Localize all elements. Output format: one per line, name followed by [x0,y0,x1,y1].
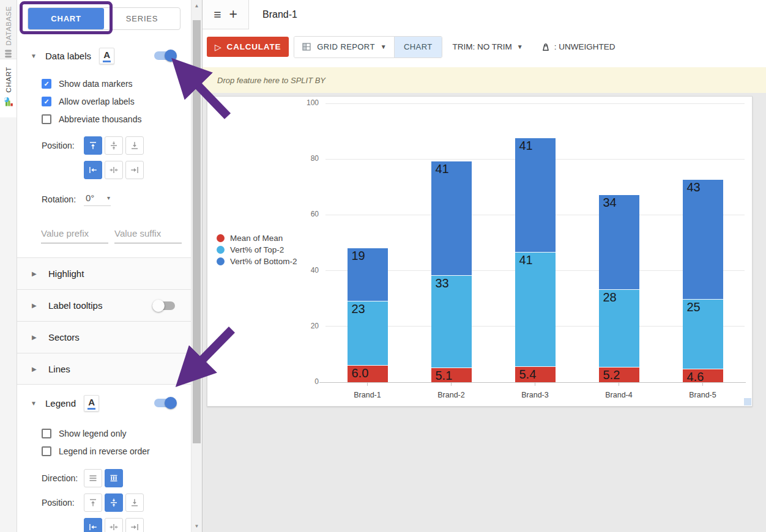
bar-segment[interactable] [683,180,723,300]
position-bottom-button[interactable] [125,493,144,512]
sidebar-scrollbar[interactable]: ▲ ▼ [191,0,202,532]
scrollbar-thumb[interactable] [193,20,201,443]
checkbox-icon[interactable]: ✓ [42,446,51,456]
position-left-button[interactable] [84,161,102,179]
position-left-button[interactable] [84,518,102,532]
chevron-right-icon: ▶ [32,270,40,277]
section-lines[interactable]: ▶ Lines [17,353,191,385]
check-icon: ✓ [43,448,49,456]
checkbox-icon[interactable]: ✓ [42,429,51,438]
checkbox-icon[interactable]: ✓ [42,97,51,106]
position-bottom-button[interactable] [125,136,144,155]
checkbox-legend-reverse-order[interactable]: ✓ Legend in reverse order [42,446,191,456]
checkbox-label: Show legend only [59,429,127,438]
label-tooltips-toggle[interactable] [154,301,175,310]
position-center-button[interactable] [105,518,123,532]
y-axis-tick-label: 0 [292,377,319,386]
x-axis-label: Brand-2 [415,391,488,399]
x-axis-label: Brand-4 [582,391,656,399]
page-title: Brand-1 [262,9,297,20]
rail-tab-database[interactable]: DATABASE [0,0,17,59]
data-label: 41 [436,162,449,176]
sidebar-tab-series[interactable]: SERIES [104,8,180,29]
checkbox-icon[interactable]: ✓ [42,79,51,89]
chevron-down-icon[interactable]: ▼ [31,400,39,407]
legend-toggle[interactable] [154,399,175,407]
chevron-down-icon[interactable]: ▼ [31,53,39,59]
panel-resize-handle[interactable] [744,398,751,405]
bar-segment[interactable] [515,253,556,367]
value-suffix-input[interactable] [114,227,182,243]
chart-view-label: CHART [404,42,433,51]
plot-area: 0204060801006.02319Brand-15.13341Brand-2… [325,103,745,382]
check-icon: ✓ [43,430,49,438]
direction-horizontal-button[interactable] [84,469,102,487]
font-style-underline [87,408,95,410]
menu-icon[interactable]: ≡ [214,8,221,21]
scroll-down-icon[interactable]: ▼ [192,523,202,529]
data-label: 6.0 [352,366,369,380]
checkbox-label: Abbreviate thousands [59,114,141,124]
scroll-up-icon[interactable]: ▲ [192,3,202,9]
data-labels-toggle[interactable] [154,51,175,60]
grid-icon [302,42,311,51]
legend-item[interactable]: Vert% of Bottom-2 [217,256,297,267]
data-label: 25 [687,300,701,314]
section-sectors[interactable]: ▶ Sectors [17,321,191,353]
data-label: 28 [603,290,617,305]
chart-legend: Mean of Mean Vert% of Top-2 Vert% of Bot… [217,232,297,267]
data-label: 34 [603,196,617,210]
x-axis-label: Brand-3 [499,391,572,399]
split-by-dropzone[interactable]: Drop feature here to SPLIT BY [203,67,766,93]
legend-item[interactable]: Vert% of Top-2 [217,244,297,256]
data-labels-font-style-button[interactable]: A [99,48,114,64]
calculate-button[interactable]: ▷ CALCULATE [207,37,289,57]
chart-view-button[interactable]: CHART [394,37,442,57]
position-right-button[interactable] [125,518,144,532]
checkbox-show-data-markers[interactable]: ✓ Show data markers [42,79,191,89]
data-label: 41 [519,139,533,153]
data-label: 5.2 [603,368,620,382]
position-top-button[interactable] [84,493,102,512]
checkbox-show-legend-only[interactable]: ✓ Show legend only [42,429,191,438]
section-highlight[interactable]: ▶ Highlight [17,257,191,289]
sidebar-tab-chart[interactable]: CHART [28,8,104,29]
value-prefix-input[interactable] [41,227,108,243]
position-top-button[interactable] [84,136,102,155]
position-right-button[interactable] [125,161,144,179]
legend-direction-row: Direction: [42,469,191,487]
top-bars: ≡ + Brand-1 ▷ CALCULATE GRID REPORT ▼ [203,0,766,67]
rotation-row: Rotation: 0° ▾ [42,193,191,206]
font-style-underline [103,61,111,62]
trim-dropdown[interactable]: TRIM: NO TRIM ▼ [453,42,523,51]
legend-item[interactable]: Mean of Mean [217,232,297,244]
y-axis-tick-label: 100 [292,98,319,107]
legend-title: Legend [45,398,76,408]
section-label-tooltips[interactable]: ▶ Label tooltips [17,289,191,321]
x-axis-tick [451,383,452,386]
legend-position-row-vertical: Position: [42,493,191,512]
add-tab-icon[interactable]: + [229,7,237,21]
align-left-icon [88,522,98,532]
bar-segment[interactable] [515,138,556,253]
weighting-status[interactable]: : UNWEIGHTED [540,42,615,53]
grid-report-button[interactable]: GRID REPORT ▼ [294,37,394,57]
checkbox-icon[interactable]: ✓ [42,114,51,124]
rail-tab-database-label: DATABASE [5,6,12,45]
position-middle-button[interactable] [105,136,123,155]
position-center-button[interactable] [105,161,123,179]
rotation-select[interactable]: 0° ▾ [84,193,111,206]
checkbox-abbreviate-thousands[interactable]: ✓ Abbreviate thousands [42,114,191,124]
rail-tab-chart[interactable]: CHART [0,59,17,117]
calculate-label: CALCULATE [227,42,281,51]
position-middle-button[interactable] [105,493,123,512]
chart-settings-sidebar: CHART SERIES ▼ Data labels A ✓ Show data… [17,0,191,532]
bar-segment[interactable] [431,161,472,276]
direction-vertical-button[interactable] [105,469,123,487]
sidebar-tab-switcher: CHART SERIES [28,7,180,30]
checkbox-label: Legend in reverse order [59,446,150,456]
checkbox-allow-overlap-labels[interactable]: ✓ Allow overlap labels [42,97,191,106]
data-labels-position-row-vertical: Position: [42,136,191,155]
legend-font-style-button[interactable]: A [84,395,99,412]
legend-label: Vert% of Bottom-2 [230,257,297,266]
